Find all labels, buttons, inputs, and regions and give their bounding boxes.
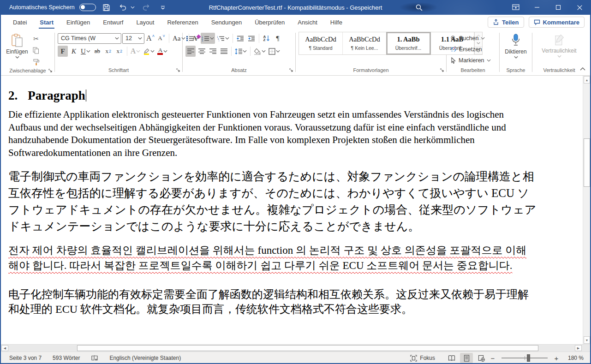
highlighter-icon	[143, 48, 150, 55]
zoom-slider-thumb[interactable]	[527, 354, 530, 362]
maximize-button[interactable]	[548, 0, 569, 15]
increase-indent-button[interactable]	[246, 33, 257, 44]
horizontal-scrollbar[interactable]: ◀ ▶	[1, 344, 590, 352]
document-heading[interactable]: 2.Paragraph	[8, 89, 541, 103]
scroll-left-icon[interactable]: ◀	[1, 345, 8, 351]
share-button[interactable]: Teilen	[488, 17, 524, 28]
print-layout-icon[interactable]	[460, 353, 473, 363]
vertical-scrollbar-thumb[interactable]	[584, 138, 590, 187]
tab-layout[interactable]: Layout	[130, 15, 161, 30]
share-icon	[493, 19, 499, 25]
shading-button[interactable]	[253, 46, 267, 57]
bold-button[interactable]: F	[58, 46, 68, 57]
autosave-toggle[interactable]	[79, 4, 96, 11]
grow-font-button[interactable]: A˄	[145, 33, 155, 44]
line-spacing-button[interactable]	[234, 46, 248, 57]
replace-button[interactable]: bc Ersetzen	[449, 44, 491, 54]
editing-group: Suchen bc Ersetzen Markieren Bearbeiten	[448, 31, 498, 75]
justify-button[interactable]	[219, 46, 229, 57]
multilevel-list-button[interactable]: 1ai	[216, 33, 230, 44]
format-painter-icon[interactable]	[30, 57, 42, 67]
language-indicator[interactable]: Englisch (Vereinigte Staaten)	[109, 355, 181, 361]
tab-referenzen[interactable]: Referenzen	[161, 15, 204, 30]
dictate-button[interactable]: Diktieren	[502, 32, 529, 66]
scroll-up-icon[interactable]: ▲	[584, 76, 590, 84]
font-dialog-launcher-icon[interactable]	[176, 68, 180, 73]
undo-dropdown-icon[interactable]	[130, 1, 136, 13]
web-layout-icon[interactable]	[475, 353, 488, 363]
find-button[interactable]: Suchen	[449, 33, 491, 43]
document-page[interactable]: 2.Paragraph Die effiziente Applikation e…	[1, 76, 550, 316]
numbering-button[interactable]: 123	[201, 33, 215, 44]
align-center-button[interactable]	[197, 46, 207, 57]
align-left-button[interactable]	[185, 46, 196, 57]
scroll-down-icon[interactable]: ▼	[584, 336, 590, 344]
title-bar: Automatisches Speichern RtfChapterConver…	[1, 0, 590, 15]
tab-ansicht[interactable]: Ansicht	[291, 15, 324, 30]
search-icon[interactable]	[413, 2, 425, 13]
show-formatting-marks-button[interactable]: ¶	[273, 33, 283, 44]
decrease-indent-button[interactable]	[235, 33, 245, 44]
copy-icon[interactable]	[30, 45, 42, 55]
zoom-out-button[interactable]: −	[490, 354, 496, 362]
superscript-button[interactable]: x2	[114, 46, 125, 57]
highlight-color-button[interactable]	[142, 46, 155, 57]
vertical-scrollbar[interactable]: ▲ ▼	[583, 76, 590, 344]
numbered-list-icon: 123	[202, 36, 209, 42]
focus-mode-button[interactable]: Fokus	[410, 355, 435, 362]
font-size-combobox[interactable]: 12	[122, 33, 144, 44]
paragraph-japanese[interactable]: 電子制御式の車両ファンクションを効率的に適合するためには、対象ファンクションの論…	[8, 168, 537, 235]
shrink-font-button[interactable]: A˅	[156, 33, 167, 44]
paragraph-chinese[interactable]: 电子化控制车辆功能的有效标定需要全面了解函数的逻辑结构和相互依赖关系。这反过来又…	[8, 287, 537, 316]
clipboard-dialog-launcher-icon[interactable]	[48, 68, 53, 74]
zoom-level[interactable]: 180 %	[561, 355, 584, 361]
close-button[interactable]	[569, 0, 590, 15]
style-standard[interactable]: AaBbCcDd ¶ Standard	[299, 32, 343, 54]
undo-icon[interactable]	[117, 1, 129, 13]
tab-datei[interactable]: Datei	[6, 15, 33, 30]
font-name-combobox[interactable]: CG Times (W	[58, 33, 121, 44]
paste-button[interactable]: Einfügen	[4, 32, 30, 67]
style-kein-leerraum[interactable]: AaBbCcDd ¶ Kein Lee...	[343, 32, 387, 54]
strikethrough-button[interactable]: ab	[92, 46, 102, 57]
tab-einfuegen[interactable]: Einfügen	[60, 15, 96, 30]
read-mode-icon[interactable]	[445, 353, 458, 363]
proofing-errors-icon[interactable]	[91, 355, 98, 362]
paragraph-korean[interactable]: 전자 제어 차량의 효율적인 캘리브레이션을 위해서는 function 의 논…	[8, 243, 537, 273]
tab-ueberpruefen[interactable]: Überprüfen	[248, 15, 291, 30]
select-button[interactable]: Markieren	[449, 55, 491, 66]
tab-sendungen[interactable]: Sendungen	[205, 15, 249, 30]
zoom-slider[interactable]	[501, 358, 548, 358]
tab-hilfe[interactable]: Hilfe	[324, 15, 349, 30]
subscript-button[interactable]: x2	[103, 46, 113, 57]
scroll-right-icon[interactable]: ▶	[575, 345, 582, 351]
align-right-button[interactable]	[208, 46, 218, 57]
minimize-button[interactable]	[526, 0, 548, 15]
horizontal-scrollbar-thumb[interactable]	[77, 345, 538, 351]
microphone-icon	[511, 34, 521, 48]
borders-button[interactable]	[268, 46, 281, 57]
quick-access-customize-icon[interactable]	[157, 1, 169, 13]
ribbon-display-options-icon[interactable]	[505, 0, 526, 15]
sort-button[interactable]: AZ	[262, 33, 272, 44]
page-indicator[interactable]: Seite 3 von 7	[9, 355, 42, 361]
italic-button[interactable]: K	[69, 46, 79, 57]
zoom-in-button[interactable]: +	[553, 354, 560, 362]
paragraph-german[interactable]: Die effiziente Applikation elektronisch …	[8, 108, 534, 159]
styles-dialog-launcher-icon[interactable]	[440, 68, 444, 73]
comments-button[interactable]: Kommentare	[529, 17, 585, 28]
collapse-ribbon-icon[interactable]	[580, 64, 585, 72]
font-color-button[interactable]: A	[156, 46, 168, 57]
word-count[interactable]: 593 Wörter	[53, 355, 80, 361]
tab-start[interactable]: Start	[33, 15, 60, 30]
paragraph-dialog-launcher-icon[interactable]	[289, 68, 293, 73]
style-ueberschrift-1[interactable]: 1. AaBb Überschrif...	[387, 32, 430, 54]
bullets-button[interactable]	[185, 33, 200, 44]
underline-button[interactable]: U	[80, 46, 91, 57]
tab-entwurf[interactable]: Entwurf	[96, 15, 130, 30]
redo-icon	[140, 1, 152, 13]
chevron-down-icon	[557, 55, 561, 58]
text-effects-button[interactable]: A	[130, 46, 142, 57]
save-icon[interactable]	[101, 1, 113, 13]
cut-icon[interactable]: ✂	[30, 34, 42, 44]
